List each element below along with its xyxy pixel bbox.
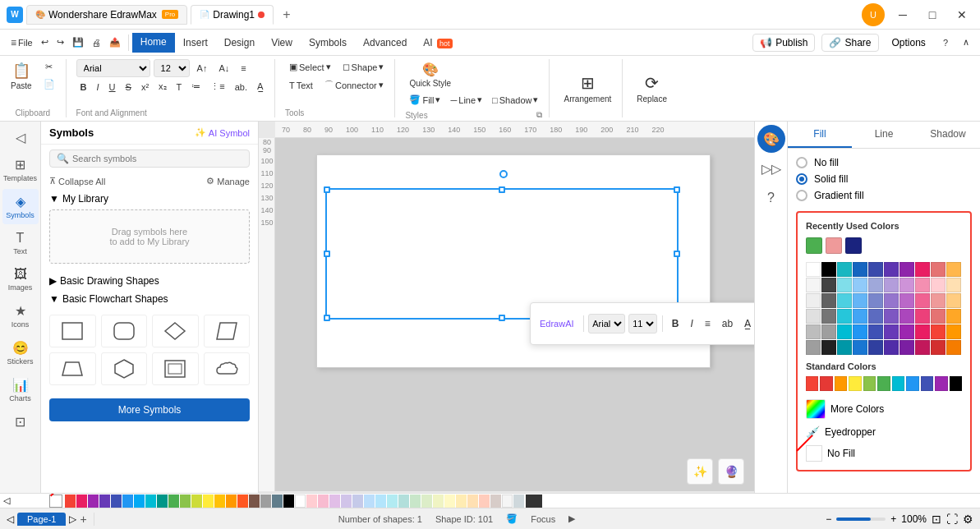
palette-purple-darker[interactable] [899,340,914,355]
palette-red-light[interactable] [931,262,945,277]
export-button[interactable]: 📤 [105,34,125,50]
ft-ab-button[interactable]: ab [718,315,737,332]
ai-symbol-button[interactable]: ✨ AI Symbol [195,127,250,138]
settings-button[interactable]: ⚙ [963,513,973,526]
cbar-38[interactable] [490,494,501,508]
sidebar-item-templates[interactable]: ⊞ Templates [2,152,39,187]
std-light-green[interactable] [863,376,876,391]
bold-button[interactable]: B [76,80,91,94]
cbar-29[interactable] [387,494,398,508]
palette-orange-dark[interactable] [946,324,961,339]
maximize-button[interactable]: □ [921,3,944,26]
replace-button[interactable]: ⟳ Replace [633,71,671,106]
ft-underline-button[interactable]: A̲ [740,315,754,332]
sidebar-item-text[interactable]: T Text [2,226,39,260]
shape-diamond[interactable] [152,315,199,347]
palette-purple[interactable] [899,262,914,277]
cbar-25[interactable] [341,494,352,508]
sidebar-collapse-button[interactable]: ◁ [2,125,39,150]
cbar-11[interactable] [180,494,191,508]
cbar-10[interactable] [168,494,179,508]
more-symbols-button[interactable]: More Symbols [49,398,250,421]
palette-grey-2[interactable] [821,324,836,339]
save-button[interactable]: 💾 [68,34,88,50]
ft-bold-button[interactable]: B [668,315,683,332]
palette-purple-light[interactable] [884,278,899,292]
connector-button[interactable]: ⌒ Connector ▾ [320,76,388,94]
styles-expand-icon[interactable]: ⧉ [536,110,542,120]
handle-middle-left[interactable] [324,251,330,257]
manage-button[interactable]: ⚙ Manage [206,176,250,186]
page-tab-1[interactable]: Page-1 [17,513,66,526]
paste-button[interactable]: 📋 Paste [7,59,36,93]
more-colors-row[interactable]: More Colors [806,399,962,419]
std-orange[interactable] [835,376,847,391]
cbar-23[interactable] [318,494,329,508]
zoom-slider[interactable] [836,518,886,521]
cbar-4[interactable] [99,494,110,508]
minimize-button[interactable]: ─ [891,3,914,26]
palette-red-darkest[interactable] [931,340,945,355]
palette-red-dark[interactable] [931,324,945,339]
shadow-button[interactable]: □ Shadow ▾ [488,92,542,108]
palette-grey-3[interactable] [806,340,821,355]
publish-button[interactable]: 📢 Publish [752,34,815,52]
palette-pink-darkest[interactable] [915,340,930,355]
help-button[interactable]: ? [939,35,952,50]
sidebar-item-charts[interactable]: 📊 Charts [2,372,39,407]
increase-font-button[interactable]: A↑ [193,61,212,76]
palette-teal[interactable] [837,262,852,277]
menu-advanced[interactable]: Advanced [355,34,415,52]
shape-hexagon[interactable] [101,352,148,385]
palette-white[interactable] [806,262,821,277]
recent-color-2[interactable] [826,237,842,254]
palette-blue-medium[interactable] [853,293,867,308]
palette-grey-light[interactable] [806,309,821,324]
cbar-6[interactable] [122,494,133,508]
palette-pink-medium[interactable] [899,293,914,308]
cbar-5[interactable] [111,494,122,508]
fit-button[interactable]: ⊡ [932,513,941,526]
cbar-14[interactable] [214,494,225,508]
palette-pink-dark[interactable] [915,309,930,324]
close-button[interactable]: ✕ [950,3,973,26]
menu-home[interactable]: Home [132,33,175,53]
palette-cyan-dark[interactable] [837,324,852,339]
palette-indigo-vivid[interactable] [868,309,883,324]
palette-pink-light[interactable] [899,278,914,292]
palette-silver[interactable] [806,324,821,339]
list-button[interactable]: ≔ [187,79,205,94]
focus-button[interactable]: Focus [531,514,555,524]
eyedropper-row[interactable]: 💉 Eyedropper [806,426,962,439]
handle-middle-right[interactable] [674,251,680,257]
palette-teal-dark[interactable] [837,340,852,355]
handle-top-middle[interactable] [499,186,505,193]
menu-view[interactable]: View [263,34,301,52]
cbar-18[interactable] [260,494,271,508]
palette-indigo[interactable] [868,262,883,277]
handle-bottom-middle[interactable] [499,315,505,321]
cbar-40[interactable] [513,494,524,508]
palette-pink-vivid[interactable] [899,309,914,324]
user-avatar[interactable]: U [862,3,885,26]
underline-button[interactable]: U [105,80,120,94]
italic-button[interactable]: I [93,80,104,94]
palette-pink-lighter[interactable] [915,278,930,292]
cbar-26[interactable] [352,494,363,508]
menu-design[interactable]: Design [216,34,263,52]
palette-hot-pink[interactable] [915,293,930,308]
std-blue[interactable] [906,376,918,391]
palette-orange-darkest[interactable] [946,340,961,355]
cbar-34[interactable] [444,494,455,508]
palette-purple-medium[interactable] [884,293,899,308]
palette-indigo-light[interactable] [868,278,883,292]
menu-symbols[interactable]: Symbols [301,34,355,52]
palette-purple-vivid[interactable] [884,309,899,324]
cbar-32[interactable] [421,494,432,508]
palette-grey-lighter[interactable] [806,293,821,308]
cbar-12[interactable] [191,494,202,508]
recent-color-1[interactable] [806,237,822,254]
palette-almost-black[interactable] [821,340,836,355]
menu-ai[interactable]: AI hot [415,34,460,52]
my-library-header[interactable]: ▼ My Library [49,193,250,205]
